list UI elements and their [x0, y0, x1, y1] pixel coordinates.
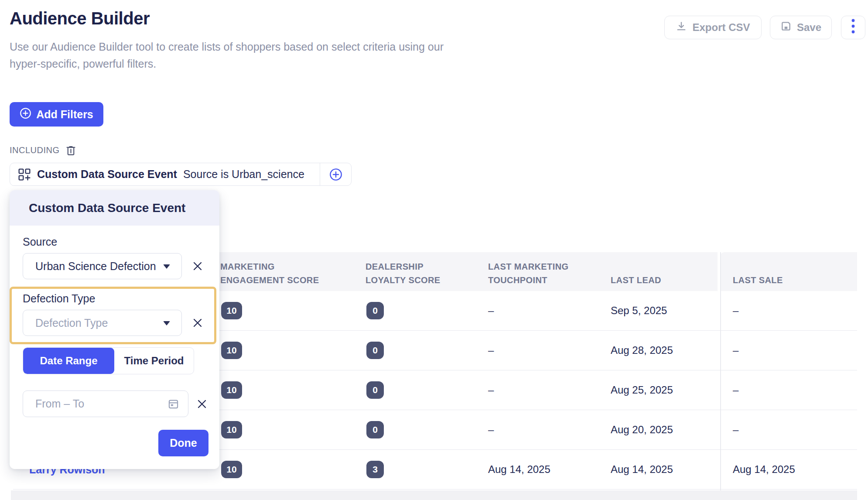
source-select-value: Urban Science Defection: [35, 260, 156, 273]
marketing-score-badge: 10: [221, 461, 242, 478]
source-label: Source: [23, 236, 57, 248]
last-sale: –: [733, 344, 738, 356]
page-subtitle: Use our Audience Builder tool to create …: [10, 38, 555, 72]
marketing-score-badge: 10: [221, 421, 242, 438]
save-button[interactable]: Save: [770, 16, 832, 39]
filter-chip-type: Custom Data Source Event: [37, 168, 177, 181]
trash-icon[interactable]: [65, 144, 77, 156]
last-lead: Aug 14, 2025: [611, 463, 673, 476]
audience-builder-page: Audience Builder Use our Audience Builde…: [0, 0, 868, 500]
column-header-dealership-loyalty-score[interactable]: DEALERSHIP LOYALTY SCORE: [366, 258, 483, 287]
add-filters-label: Add Filters: [36, 108, 93, 121]
export-csv-label: Export CSV: [692, 21, 750, 34]
loyalty-score-badge: 0: [366, 342, 384, 359]
add-condition-button[interactable]: [320, 163, 351, 185]
defection-type-placeholder: Defection Type: [35, 317, 108, 329]
date-range-field[interactable]: [23, 390, 188, 417]
save-label: Save: [797, 21, 821, 34]
chevron-down-icon: [163, 264, 170, 269]
popup-header: Custom Data Source Event: [10, 190, 219, 226]
marketing-score-badge: 10: [221, 381, 242, 399]
last-lead: Aug 28, 2025: [611, 344, 673, 356]
date-mode-toggle: Date Range Time Period: [23, 347, 194, 374]
date-range-input[interactable]: [35, 397, 163, 410]
column-header-last-lead[interactable]: LAST LEAD: [611, 258, 728, 287]
last-lead: Sep 5, 2025: [611, 305, 667, 317]
marketing-score-badge: 10: [221, 302, 242, 319]
filter-chip-condition: Source is Urban_science: [183, 168, 304, 181]
clear-date-range-button[interactable]: [191, 390, 213, 417]
last-marketing-touchpoint: –: [488, 384, 494, 396]
last-sale: Aug 14, 2025: [733, 463, 795, 476]
loyalty-score-badge: 3: [366, 461, 384, 478]
plus-circle-icon: [329, 168, 343, 182]
grid-plus-icon: [18, 168, 31, 181]
last-marketing-touchpoint: –: [488, 305, 494, 317]
save-icon: [780, 21, 792, 34]
last-sale: –: [733, 424, 738, 436]
marketing-score-badge: 10: [221, 342, 242, 359]
close-icon: [197, 399, 207, 409]
loyalty-score-badge: 0: [366, 421, 384, 438]
calendar-icon: [167, 398, 179, 410]
popup-title: Custom Data Source Event: [29, 201, 185, 215]
source-select[interactable]: Urban Science Defection: [23, 253, 182, 279]
download-icon: [676, 21, 687, 34]
clear-defection-type-button[interactable]: [187, 310, 208, 336]
custom-data-source-event-popup: Custom Data Source Event Source Urban Sc…: [10, 190, 219, 469]
tab-time-period[interactable]: Time Period: [114, 348, 194, 374]
column-header-last-marketing-touchpoint[interactable]: LAST MARKETING TOUCHPOINT: [488, 258, 606, 287]
more-options-button[interactable]: [841, 16, 865, 39]
clear-source-button[interactable]: [187, 253, 208, 279]
kebab-icon: [851, 19, 855, 36]
defection-type-label: Defection Type: [23, 292, 95, 305]
close-icon: [192, 318, 203, 328]
last-sale: –: [733, 384, 738, 396]
page-title: Audience Builder: [10, 9, 150, 28]
including-label: INCLUDING: [10, 145, 60, 155]
column-header-marketing-engagement-score[interactable]: MARKETING ENGAGEMENT SCORE: [220, 258, 338, 287]
close-icon: [192, 261, 203, 271]
chevron-down-icon: [163, 321, 170, 325]
filter-group-header: INCLUDING: [10, 144, 77, 156]
done-button[interactable]: Done: [158, 430, 208, 456]
loyalty-score-badge: 0: [366, 381, 384, 399]
filter-chip-body[interactable]: Custom Data Source Event Source is Urban…: [10, 163, 320, 185]
table-bottom-band: [11, 490, 857, 500]
loyalty-score-badge: 0: [366, 302, 384, 319]
defection-type-select[interactable]: Defection Type: [23, 310, 182, 336]
column-header-last-sale[interactable]: LAST SALE: [733, 258, 851, 287]
tab-date-range[interactable]: Date Range: [23, 348, 114, 374]
add-filters-button[interactable]: Add Filters: [10, 102, 103, 127]
last-lead: Aug 20, 2025: [611, 424, 673, 436]
plus-circle-icon: [20, 107, 31, 122]
last-marketing-touchpoint: –: [488, 344, 494, 356]
last-marketing-touchpoint: Aug 14, 2025: [488, 463, 550, 476]
last-marketing-touchpoint: –: [488, 424, 494, 436]
export-csv-button[interactable]: Export CSV: [664, 16, 762, 39]
filter-chip: Custom Data Source Event Source is Urban…: [10, 163, 352, 186]
last-sale: –: [733, 305, 738, 317]
last-lead: Aug 25, 2025: [611, 384, 673, 396]
